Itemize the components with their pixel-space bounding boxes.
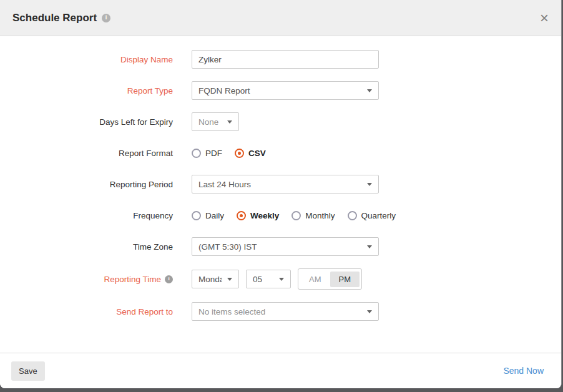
send-report-to-row: Send Report to No items selected bbox=[0, 302, 561, 321]
radio-icon bbox=[192, 149, 201, 158]
radio-option-pdf[interactable]: PDF bbox=[192, 149, 222, 158]
chevron-down-icon bbox=[367, 89, 372, 92]
display-name-row: Display Name bbox=[0, 50, 561, 69]
reporting-hour-select[interactable]: 05 bbox=[246, 270, 291, 288]
reporting-hour-value: 05 bbox=[253, 275, 262, 284]
report-type-row: Report Type FQDN Report bbox=[0, 81, 561, 100]
reporting-period-select[interactable]: Last 24 Hours bbox=[192, 175, 379, 194]
radio-label-quarterly: Quarterly bbox=[361, 211, 396, 220]
reporting-time-label: Reporting Time i bbox=[0, 275, 173, 284]
chevron-down-icon bbox=[367, 183, 372, 186]
frequency-group: Daily Weekly Monthly Quarterly bbox=[192, 211, 408, 220]
dialog-body: Display Name Report Type FQDN Report Day… bbox=[0, 36, 561, 321]
close-icon[interactable]: × bbox=[540, 11, 549, 26]
days-left-label: Days Left for Expiry bbox=[0, 117, 173, 127]
time-zone-label: Time Zone bbox=[0, 242, 173, 252]
report-type-select[interactable]: FQDN Report bbox=[192, 81, 379, 100]
info-icon[interactable]: i bbox=[102, 14, 110, 22]
radio-label-daily: Daily bbox=[205, 211, 224, 220]
reporting-period-label: Reporting Period bbox=[0, 180, 173, 189]
radio-option-weekly[interactable]: Weekly bbox=[237, 211, 279, 220]
days-left-row: Days Left for Expiry None bbox=[0, 112, 561, 131]
radio-label-monthly: Monthly bbox=[305, 211, 335, 220]
chevron-down-icon bbox=[227, 278, 232, 281]
chevron-down-icon bbox=[279, 278, 284, 281]
chevron-down-icon bbox=[367, 245, 372, 248]
radio-option-quarterly[interactable]: Quarterly bbox=[348, 211, 396, 220]
time-zone-select[interactable]: (GMT 5:30) IST bbox=[192, 237, 379, 256]
radio-icon bbox=[291, 211, 301, 220]
reporting-time-row: Reporting Time i Monday 05 AM PM bbox=[0, 268, 561, 290]
reporting-period-row: Reporting Period Last 24 Hours bbox=[0, 175, 561, 194]
schedule-report-dialog: Schedule Report i × Display Name Report … bbox=[0, 0, 562, 388]
chevron-down-icon bbox=[367, 310, 372, 313]
meridiem-am-button[interactable]: AM bbox=[300, 272, 330, 287]
save-button[interactable]: Save bbox=[11, 361, 45, 381]
meridiem-toggle: AM PM bbox=[298, 268, 362, 290]
display-name-input[interactable] bbox=[192, 50, 379, 69]
time-zone-value: (GMT 5:30) IST bbox=[198, 242, 257, 252]
radio-label-weekly: Weekly bbox=[250, 211, 279, 220]
radio-icon bbox=[192, 211, 201, 220]
radio-icon bbox=[235, 149, 244, 158]
dialog-header: Schedule Report i × bbox=[0, 0, 561, 36]
send-report-to-label: Send Report to bbox=[0, 307, 173, 316]
report-type-label: Report Type bbox=[0, 86, 173, 96]
time-zone-row: Time Zone (GMT 5:30) IST bbox=[0, 237, 561, 256]
radio-option-monthly[interactable]: Monthly bbox=[291, 211, 335, 220]
frequency-label: Frequency bbox=[0, 211, 173, 220]
radio-label-csv: CSV bbox=[248, 149, 266, 158]
reporting-day-value: Monday bbox=[198, 275, 222, 284]
report-format-group: PDF CSV bbox=[192, 149, 278, 158]
report-type-value: FQDN Report bbox=[198, 86, 250, 96]
reporting-day-select[interactable]: Monday bbox=[192, 270, 239, 288]
display-name-label: Display Name bbox=[0, 55, 173, 64]
report-format-label: Report Format bbox=[0, 149, 173, 158]
send-report-to-select[interactable]: No items selected bbox=[192, 302, 379, 321]
frequency-row: Frequency Daily Weekly Monthly Quarterly bbox=[0, 206, 561, 225]
report-format-row: Report Format PDF CSV bbox=[0, 144, 561, 162]
days-left-value: None bbox=[198, 117, 218, 127]
info-icon[interactable]: i bbox=[165, 275, 173, 283]
radio-option-csv[interactable]: CSV bbox=[235, 149, 266, 158]
send-report-to-value: No items selected bbox=[198, 307, 265, 316]
radio-option-daily[interactable]: Daily bbox=[192, 211, 224, 220]
radio-label-pdf: PDF bbox=[205, 149, 222, 158]
radio-icon bbox=[237, 211, 246, 220]
meridiem-pm-button[interactable]: PM bbox=[330, 272, 360, 287]
days-left-select[interactable]: None bbox=[192, 112, 239, 131]
dialog-footer: Save Send Now bbox=[0, 353, 561, 388]
reporting-period-value: Last 24 Hours bbox=[198, 180, 251, 189]
radio-icon bbox=[348, 211, 357, 220]
chevron-down-icon bbox=[227, 120, 232, 124]
send-now-link[interactable]: Send Now bbox=[503, 366, 544, 376]
dialog-title: Schedule Report bbox=[12, 12, 97, 24]
